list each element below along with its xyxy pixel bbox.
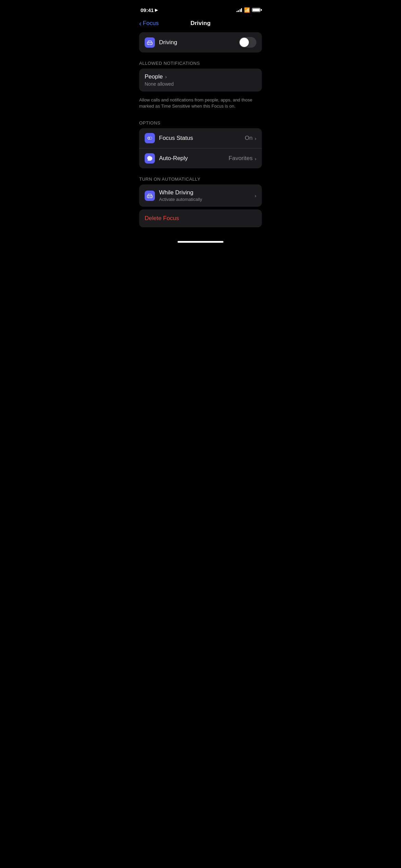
turn-on-auto-card: While Driving Activate automatically › <box>139 184 262 207</box>
delete-focus-label: Delete Focus <box>145 215 179 221</box>
driving-toggle[interactable] <box>239 37 256 48</box>
delete-focus-row[interactable]: Delete Focus <box>139 209 262 227</box>
signal-bar-3 <box>240 9 241 12</box>
people-text: People <box>145 73 163 80</box>
while-driving-label: While Driving <box>159 189 255 196</box>
delete-focus-card: Delete Focus <box>139 209 262 227</box>
status-bar: 09:41 ▶ 📶 <box>134 0 267 17</box>
turn-on-automatically-label: TURN ON AUTOMATICALLY <box>134 171 267 184</box>
back-chevron-icon: ‹ <box>139 20 142 27</box>
people-row[interactable]: People › None allowed <box>139 69 262 92</box>
driving-toggle-card: Driving <box>139 32 262 52</box>
back-label: Focus <box>143 20 159 27</box>
while-driving-chevron-icon: › <box>255 193 256 198</box>
home-indicator <box>178 241 223 243</box>
options-label: OPTIONS <box>134 115 267 128</box>
driving-label: Driving <box>159 39 239 46</box>
signal-bars <box>236 8 242 12</box>
signal-bar-4 <box>241 8 242 12</box>
focus-status-value: On <box>245 135 253 142</box>
auto-reply-label: Auto-Reply <box>159 155 229 162</box>
battery-icon <box>252 8 260 12</box>
focus-status-svg <box>146 135 153 142</box>
focus-status-row[interactable]: Focus Status On › <box>139 128 262 148</box>
svg-rect-0 <box>147 42 153 45</box>
people-detail: None allowed <box>145 81 256 87</box>
people-label: People › <box>145 73 256 80</box>
status-icons: 📶 <box>236 7 261 13</box>
status-time: 09:41 ▶ <box>141 7 158 13</box>
while-driving-row[interactable]: While Driving Activate automatically › <box>139 184 262 207</box>
auto-reply-row[interactable]: Auto-Reply Favorites › <box>139 148 262 168</box>
options-card: Focus Status On › Auto-Reply Favorites › <box>139 128 262 168</box>
car-icon <box>146 39 153 46</box>
auto-reply-chevron-icon: › <box>255 156 256 161</box>
while-driving-detail: Activate automatically <box>159 197 255 202</box>
auto-reply-svg <box>146 155 153 162</box>
focus-status-label: Focus Status <box>159 135 245 142</box>
allowed-notifications-footer: Allow calls and notifications from peopl… <box>134 94 267 115</box>
signal-bar-1 <box>236 11 238 12</box>
signal-bar-2 <box>238 10 239 12</box>
svg-point-2 <box>151 44 152 45</box>
back-button[interactable]: ‹ Focus <box>139 20 159 27</box>
while-driving-icon <box>145 191 155 201</box>
people-chevron-icon: › <box>165 74 167 80</box>
allowed-notifications-label: ALLOWED NOTIFICATIONS <box>134 55 267 69</box>
focus-status-icon <box>145 133 155 143</box>
wifi-icon: 📶 <box>244 7 250 13</box>
allowed-notifications-card: People › None allowed <box>139 69 262 92</box>
time-display: 09:41 <box>141 7 154 13</box>
svg-rect-6 <box>147 195 153 198</box>
svg-point-1 <box>148 44 149 45</box>
battery-fill <box>253 9 260 11</box>
driving-row[interactable]: Driving <box>139 32 262 52</box>
toggle-thumb <box>240 38 249 47</box>
nav-header: ‹ Focus Driving <box>134 17 267 32</box>
auto-reply-value: Favorites <box>229 155 253 162</box>
svg-point-7 <box>148 197 149 198</box>
svg-point-8 <box>151 197 152 198</box>
location-icon: ▶ <box>155 8 158 12</box>
auto-reply-icon <box>145 153 155 164</box>
driving-icon <box>145 37 155 48</box>
page-title: Driving <box>191 20 211 27</box>
focus-status-chevron-icon: › <box>255 135 256 141</box>
while-driving-svg <box>146 192 153 199</box>
